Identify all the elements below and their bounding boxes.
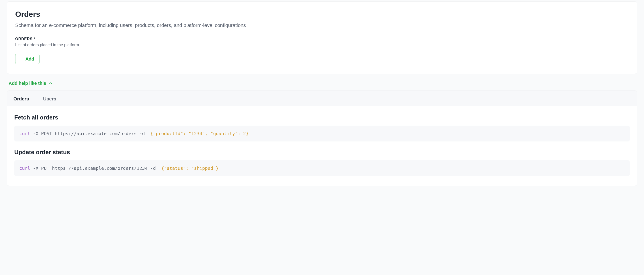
add-button[interactable]: Add [15,54,40,64]
field-label: ORDERS [15,37,32,41]
field-hint: List of orders placed in the platform [15,42,629,48]
section-heading: Fetch all orders [14,114,630,121]
code-token-cmd: curl [19,166,30,171]
code-token-plain: -X PUT https://api.example.com/orders/12… [30,166,158,171]
code-token-string: '{"productId": "1234", "quantity": 2}' [148,131,252,136]
help-section-update-order-status: Update order status curl -X PUT https://… [14,149,630,176]
plus-icon [19,57,23,61]
field-label-row: ORDERS * [15,37,629,41]
tab-users[interactable]: Users [41,91,58,106]
orders-schema-card: Orders Schema for an e-commerce platform… [7,1,637,74]
help-card: Orders Users Fetch all orders curl -X PO… [7,90,637,186]
code-block[interactable]: curl -X PUT https://api.example.com/orde… [14,160,630,176]
code-token-cmd: curl [19,131,30,136]
card-description: Schema for an e-commerce platform, inclu… [15,22,629,29]
help-tabs: Orders Users [7,91,637,106]
help-body: Fetch all orders curl -X POST https://ap… [7,106,637,186]
required-mark-icon: * [34,37,36,41]
add-help-toggle[interactable]: Add help like this [8,81,52,86]
code-token-string: '{"status": "shipped"}' [158,166,221,171]
card-title: Orders [15,10,629,18]
code-block[interactable]: curl -X POST https://api.example.com/ord… [14,126,630,142]
tab-orders[interactable]: Orders [11,91,31,106]
add-help-toggle-label: Add help like this [8,81,46,86]
add-button-label: Add [26,57,34,61]
code-token-plain: -X POST https://api.example.com/orders -… [30,131,148,136]
chevron-up-icon [48,81,52,85]
help-section-fetch-all-orders: Fetch all orders curl -X POST https://ap… [14,114,630,142]
section-heading: Update order status [14,149,630,156]
